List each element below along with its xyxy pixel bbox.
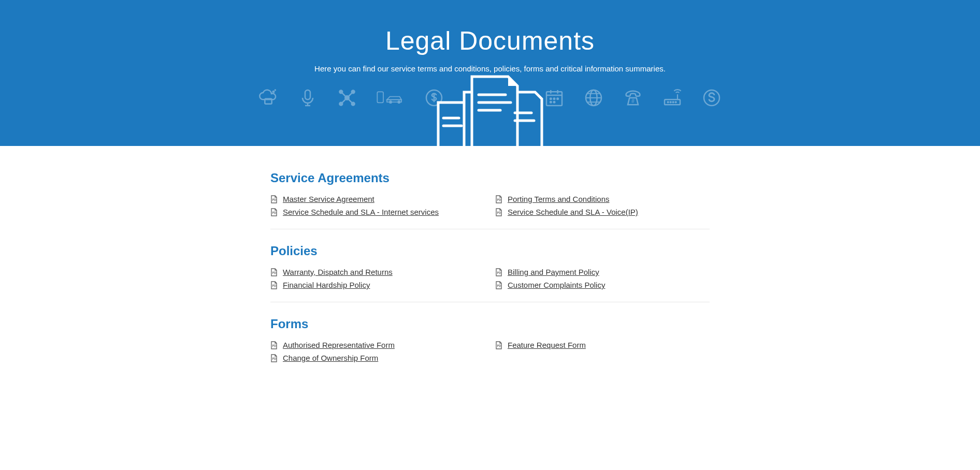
link-grid: Warranty, Dispatch and ReturnsBilling an… xyxy=(270,268,710,289)
document-link-item: Service Schedule and SLA - Internet serv… xyxy=(270,208,485,216)
document-link[interactable]: Warranty, Dispatch and Returns xyxy=(283,268,393,276)
svg-point-19 xyxy=(553,101,555,103)
document-link[interactable]: Service Schedule and SLA - Internet serv… xyxy=(283,208,439,216)
document-link-item: Billing and Payment Policy xyxy=(495,268,710,276)
link-grid: Authorised Representative FormFeature Re… xyxy=(270,341,710,362)
hero-banner: Legal Documents Here you can find our se… xyxy=(0,0,980,146)
main-content: Service AgreementsMaster Service Agreeme… xyxy=(270,146,710,410)
section-forms: FormsAuthorised Representative FormFeatu… xyxy=(270,317,710,375)
document-link-item: Master Service Agreement xyxy=(270,195,485,203)
section-heading: Service Agreements xyxy=(270,171,710,185)
svg-point-17 xyxy=(557,98,558,99)
svg-point-16 xyxy=(553,98,555,99)
svg-point-27 xyxy=(675,101,676,103)
document-link-item: Financial Hardship Policy xyxy=(270,281,485,289)
document-link-item: Feature Request Form xyxy=(495,341,710,349)
svg-text:#: # xyxy=(631,98,635,104)
document-link[interactable]: Porting Terms and Conditions xyxy=(508,195,610,203)
document-link-item: Authorised Representative Form xyxy=(270,341,485,349)
svg-point-26 xyxy=(672,101,674,103)
pdf-file-icon xyxy=(495,208,502,216)
link-grid: Master Service AgreementPorting Terms an… xyxy=(270,195,710,216)
old-phone-icon: # xyxy=(623,87,643,110)
documents-illustration xyxy=(428,71,552,146)
network-icon xyxy=(337,87,357,110)
pdf-file-icon xyxy=(495,268,502,276)
pdf-file-icon xyxy=(495,341,502,349)
pdf-file-icon xyxy=(270,354,278,362)
document-link[interactable]: Billing and Payment Policy xyxy=(508,268,599,276)
section-heading: Forms xyxy=(270,317,710,331)
pdf-file-icon xyxy=(495,195,502,203)
document-link[interactable]: Service Schedule and SLA - Voice(IP) xyxy=(508,208,638,216)
router-icon xyxy=(662,87,683,110)
mobile-car-icon xyxy=(376,87,405,110)
document-link-item: Customer Complaints Policy xyxy=(495,281,710,289)
document-link[interactable]: Authorised Representative Form xyxy=(283,341,395,349)
page-title: Legal Documents xyxy=(10,26,970,56)
skype-icon xyxy=(701,87,722,110)
svg-point-12 xyxy=(398,101,400,104)
svg-point-11 xyxy=(390,101,392,104)
section-heading: Policies xyxy=(270,244,710,258)
document-link[interactable]: Change of Ownership Form xyxy=(283,354,378,362)
pdf-file-icon xyxy=(270,195,278,203)
svg-point-1 xyxy=(272,91,274,93)
document-link[interactable]: Feature Request Form xyxy=(508,341,586,349)
document-link-item: Change of Ownership Form xyxy=(270,354,485,362)
section-service-agreements: Service AgreementsMaster Service Agreeme… xyxy=(270,171,710,229)
pdf-file-icon xyxy=(495,281,502,289)
cloud-phone-icon xyxy=(258,87,279,110)
svg-rect-3 xyxy=(305,90,310,99)
svg-point-24 xyxy=(667,101,669,103)
svg-point-25 xyxy=(670,101,671,103)
section-policies: PoliciesWarranty, Dispatch and ReturnsBi… xyxy=(270,244,710,302)
document-link[interactable]: Financial Hardship Policy xyxy=(283,281,370,289)
document-link[interactable]: Master Service Agreement xyxy=(283,195,374,203)
svg-point-2 xyxy=(275,90,276,91)
pdf-file-icon xyxy=(270,341,278,349)
document-link-item: Warranty, Dispatch and Returns xyxy=(270,268,485,276)
pdf-file-icon xyxy=(270,281,278,289)
document-link-item: Service Schedule and SLA - Voice(IP) xyxy=(495,208,710,216)
document-link[interactable]: Customer Complaints Policy xyxy=(508,281,605,289)
microphone-icon xyxy=(297,87,318,110)
globe-icon xyxy=(583,87,604,110)
document-link-item: Porting Terms and Conditions xyxy=(495,195,710,203)
pdf-file-icon xyxy=(270,268,278,276)
pdf-file-icon xyxy=(270,208,278,216)
svg-rect-9 xyxy=(377,92,383,102)
